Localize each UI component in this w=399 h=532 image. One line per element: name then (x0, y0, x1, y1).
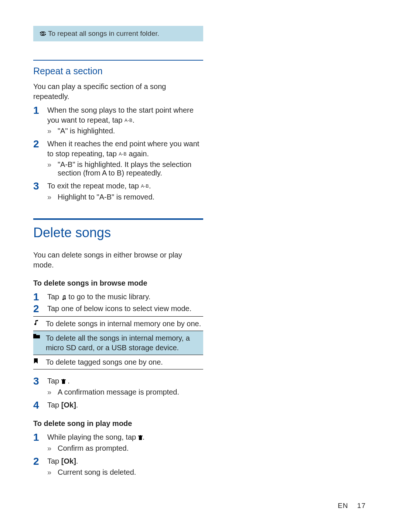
repeat-step-2-result: » "A-B" is highlighted. It plays the sel… (33, 160, 203, 177)
delete-browse-step-2: 2 Tap one of below icons to select view … (33, 304, 203, 314)
step-number: 2 (33, 456, 47, 467)
music-note-icon (33, 319, 46, 328)
repeat-folder-text: To repeat all songs in current folder. (48, 30, 159, 38)
repeat-step-1: 1 When the song plays to the start point… (33, 105, 203, 125)
step-text: Tap [Ok]. (47, 400, 203, 410)
page-column: To repeat all songs in current folder. R… (0, 0, 236, 495)
ok-label: [Ok] (61, 401, 76, 409)
delete-play-heading: To delete song in play mode (33, 419, 203, 429)
footer-page-number: 17 (357, 502, 366, 509)
delete-play-step-2-result: » Current song is deleted. (33, 468, 203, 477)
storage-folder-icon (33, 333, 46, 352)
delete-browse-step-4: 4 Tap [Ok]. (33, 400, 203, 410)
result-arrow-icon: » (47, 193, 58, 201)
ok-label: [Ok] (61, 457, 76, 465)
repeat-folder-callout: To repeat all songs in current folder. (33, 26, 203, 41)
step-text: While playing the song, tap . (47, 432, 203, 443)
trash-icon (138, 435, 143, 440)
step-number: 1 (33, 292, 47, 302)
delete-songs-heading: Delete songs (33, 225, 203, 241)
delete-mode-icon-table: To delete songs in internal memory one b… (33, 316, 203, 369)
tag-icon (33, 357, 46, 367)
repeat-step-1-result: » "A" is highlighted. (33, 127, 203, 135)
repeat-step-2: 2 When it reaches the end point where yo… (33, 139, 203, 159)
repeat-icon (38, 31, 48, 36)
footer-lang: EN (338, 502, 348, 509)
step-text: To exit the repeat mode, tap A-B. (47, 181, 203, 191)
section-rule (33, 60, 203, 61)
step-text: Tap . (47, 376, 203, 386)
section-rule (33, 218, 203, 220)
repeat-section-intro: You can play a specific section of a son… (33, 82, 203, 102)
step-number: 3 (33, 181, 47, 191)
table-row: To delete songs in internal memory one b… (33, 317, 203, 331)
step-text: When it reaches the end point where you … (47, 139, 203, 159)
svg-rect-4 (62, 380, 65, 384)
step-number: 3 (33, 376, 47, 386)
delete-browse-step-1: 1 Tap to go to the music library. (33, 292, 203, 302)
step-number: 1 (33, 432, 47, 443)
svg-rect-6 (63, 379, 64, 380)
result-arrow-icon: » (47, 127, 58, 135)
step-number: 4 (33, 400, 47, 410)
step-text: Tap one of below icons to select view mo… (47, 304, 203, 314)
music-library-icon (61, 295, 66, 300)
repeat-step-3-result: » Highlight to "A-B" is removed. (33, 193, 203, 201)
ab-icon: A-B (125, 118, 133, 123)
delete-browse-step-3: 3 Tap . (33, 376, 203, 386)
step-text: Tap [Ok]. (47, 456, 203, 467)
trash-icon (61, 379, 66, 384)
delete-play-step-1-result: » Confirm as prompted. (33, 444, 203, 453)
delete-browse-step-3-result: » A confirmation message is prompted. (33, 388, 203, 396)
delete-intro: You can delete songs in either browse or… (33, 250, 203, 270)
repeat-step-3: 3 To exit the repeat mode, tap A-B. (33, 181, 203, 191)
step-number: 1 (33, 105, 47, 125)
svg-rect-7 (139, 436, 142, 440)
repeat-section-heading: Repeat a section (33, 66, 203, 76)
result-arrow-icon: » (47, 468, 58, 477)
svg-rect-9 (140, 435, 141, 436)
result-arrow-icon: » (47, 160, 58, 177)
delete-browse-heading: To delete songs in browse mode (33, 278, 203, 288)
ab-icon: A-B (141, 184, 149, 189)
result-arrow-icon: » (47, 444, 58, 453)
step-text: Tap to go to the music library. (47, 292, 203, 302)
page-footer: EN 17 (338, 502, 366, 510)
delete-play-step-2: 2 Tap [Ok]. (33, 456, 203, 467)
step-number: 2 (33, 304, 47, 314)
ab-icon: A-B (119, 151, 127, 157)
delete-play-step-1: 1 While playing the song, tap . (33, 432, 203, 443)
svg-rect-2 (33, 335, 40, 338)
result-arrow-icon: » (47, 388, 58, 396)
table-row: To delete tagged songs one by one. (33, 355, 203, 369)
svg-rect-3 (33, 334, 36, 335)
step-text: When the song plays to the start point w… (47, 105, 203, 125)
step-number: 2 (33, 139, 47, 159)
table-row: To delete all the songs in internal memo… (33, 331, 203, 355)
